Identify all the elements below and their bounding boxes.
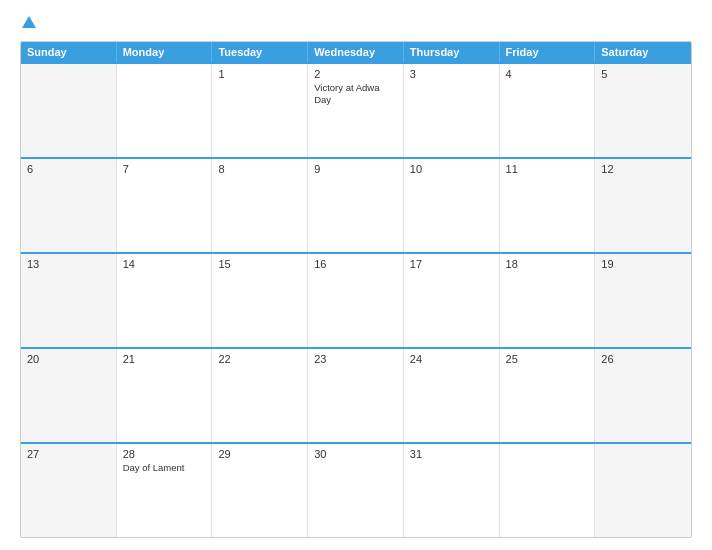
day-cell: 2Victory at Adwa Day xyxy=(308,64,404,157)
day-number: 8 xyxy=(218,163,301,175)
day-cell: 29 xyxy=(212,444,308,537)
day-number: 25 xyxy=(506,353,589,365)
day-number: 30 xyxy=(314,448,397,460)
day-number: 11 xyxy=(506,163,589,175)
week-row-4: 20212223242526 xyxy=(21,347,691,442)
calendar-page: Sunday Monday Tuesday Wednesday Thursday… xyxy=(0,0,712,550)
day-cell: 7 xyxy=(117,159,213,252)
day-number: 10 xyxy=(410,163,493,175)
day-cell: 21 xyxy=(117,349,213,442)
day-number: 23 xyxy=(314,353,397,365)
day-cell: 17 xyxy=(404,254,500,347)
calendar: Sunday Monday Tuesday Wednesday Thursday… xyxy=(20,41,692,538)
day-cell: 5 xyxy=(595,64,691,157)
header-thursday: Thursday xyxy=(404,42,500,62)
day-number: 15 xyxy=(218,258,301,270)
calendar-body: 12Victory at Adwa Day3456789101112131415… xyxy=(21,62,691,537)
day-number: 27 xyxy=(27,448,110,460)
day-cell: 22 xyxy=(212,349,308,442)
day-cell: 18 xyxy=(500,254,596,347)
day-cell: 16 xyxy=(308,254,404,347)
header-sunday: Sunday xyxy=(21,42,117,62)
day-number: 28 xyxy=(123,448,206,460)
day-number: 1 xyxy=(218,68,301,80)
day-cell: 8 xyxy=(212,159,308,252)
day-cell: 24 xyxy=(404,349,500,442)
day-cell: 27 xyxy=(21,444,117,537)
day-cell: 30 xyxy=(308,444,404,537)
day-number: 5 xyxy=(601,68,685,80)
day-cell: 31 xyxy=(404,444,500,537)
day-number: 22 xyxy=(218,353,301,365)
day-cell: 19 xyxy=(595,254,691,347)
week-row-2: 6789101112 xyxy=(21,157,691,252)
day-number: 31 xyxy=(410,448,493,460)
day-number: 13 xyxy=(27,258,110,270)
day-number: 12 xyxy=(601,163,685,175)
day-cell: 13 xyxy=(21,254,117,347)
day-cell xyxy=(21,64,117,157)
day-number: 18 xyxy=(506,258,589,270)
day-number: 6 xyxy=(27,163,110,175)
day-cell: 25 xyxy=(500,349,596,442)
header-saturday: Saturday xyxy=(595,42,691,62)
header-wednesday: Wednesday xyxy=(308,42,404,62)
header-tuesday: Tuesday xyxy=(212,42,308,62)
day-number: 2 xyxy=(314,68,397,80)
day-cell: 26 xyxy=(595,349,691,442)
day-number: 16 xyxy=(314,258,397,270)
day-number: 20 xyxy=(27,353,110,365)
week-row-1: 12Victory at Adwa Day345 xyxy=(21,62,691,157)
day-cell: 15 xyxy=(212,254,308,347)
header-monday: Monday xyxy=(117,42,213,62)
day-number: 17 xyxy=(410,258,493,270)
day-cell: 10 xyxy=(404,159,500,252)
day-number: 26 xyxy=(601,353,685,365)
day-number: 7 xyxy=(123,163,206,175)
day-cell: 23 xyxy=(308,349,404,442)
day-cell: 1 xyxy=(212,64,308,157)
day-cell: 4 xyxy=(500,64,596,157)
day-number: 9 xyxy=(314,163,397,175)
day-number: 21 xyxy=(123,353,206,365)
day-number: 4 xyxy=(506,68,589,80)
event-label: Day of Lament xyxy=(123,462,206,474)
day-cell: 6 xyxy=(21,159,117,252)
day-cell xyxy=(500,444,596,537)
logo xyxy=(20,16,36,31)
week-row-3: 13141516171819 xyxy=(21,252,691,347)
day-number: 24 xyxy=(410,353,493,365)
logo-triangle-icon xyxy=(22,16,36,28)
day-cell: 14 xyxy=(117,254,213,347)
day-cell: 3 xyxy=(404,64,500,157)
header-friday: Friday xyxy=(500,42,596,62)
day-cell: 20 xyxy=(21,349,117,442)
event-label: Victory at Adwa Day xyxy=(314,82,397,107)
day-cell: 11 xyxy=(500,159,596,252)
page-header xyxy=(20,16,692,31)
week-row-5: 2728Day of Lament293031 xyxy=(21,442,691,537)
day-cell xyxy=(595,444,691,537)
day-number: 19 xyxy=(601,258,685,270)
day-cell: 9 xyxy=(308,159,404,252)
day-number: 3 xyxy=(410,68,493,80)
day-cell: 28Day of Lament xyxy=(117,444,213,537)
day-number: 29 xyxy=(218,448,301,460)
calendar-header: Sunday Monday Tuesday Wednesday Thursday… xyxy=(21,42,691,62)
day-cell: 12 xyxy=(595,159,691,252)
day-cell xyxy=(117,64,213,157)
day-number: 14 xyxy=(123,258,206,270)
